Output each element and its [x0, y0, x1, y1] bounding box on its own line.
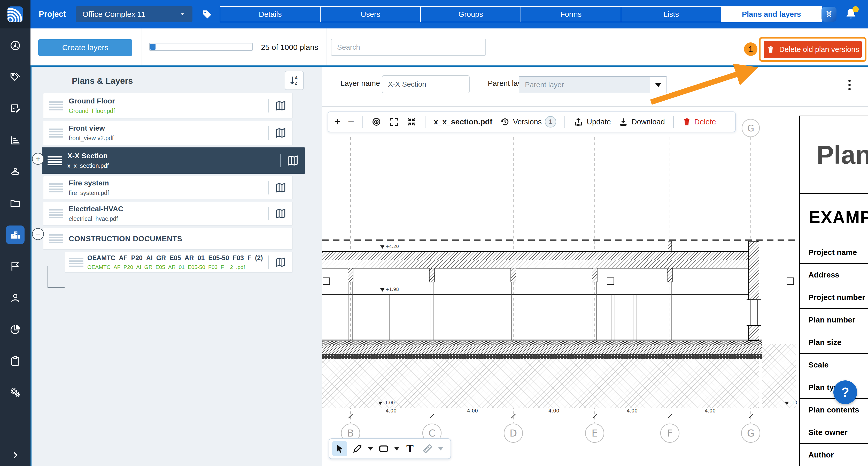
delete-label: Delete [694, 118, 716, 126]
svg-text:Z: Z [295, 81, 297, 86]
drag-handle-icon[interactable] [43, 128, 69, 138]
drag-handle-icon[interactable] [65, 258, 87, 267]
search-input[interactable] [331, 39, 486, 56]
level-label: +4.20 [385, 244, 399, 249]
collapse-toggle[interactable]: − [32, 228, 44, 240]
fullscreen-button[interactable] [385, 117, 403, 127]
plan-row-front-view[interactable]: Front view front_view v2.pdf [43, 121, 293, 145]
dimension-label: 4.00 [549, 408, 559, 413]
sidebar-item-tasks[interactable] [6, 352, 25, 370]
plan-name: Electrical-HVAC [69, 205, 268, 213]
plan-drawing-canvas[interactable]: +4.20 +1.98 -1.00 -1.00 4.00 4.00 4.00 4… [322, 106, 797, 466]
grid-label-top: G [747, 123, 754, 134]
expand-toggle[interactable]: + [32, 153, 44, 165]
shape-tool-dropdown[interactable] [394, 447, 399, 450]
tab-forms[interactable]: Forms [521, 6, 621, 22]
project-selector[interactable]: Office Complex 11 [76, 6, 192, 22]
select-tool-button[interactable] [332, 441, 347, 456]
sidebar-item-reports[interactable] [6, 320, 25, 339]
update-button[interactable]: Update [570, 117, 615, 127]
open-plan-button[interactable] [269, 208, 292, 219]
trash-icon [766, 45, 775, 54]
tag-icon [202, 8, 213, 20]
tab-users[interactable]: Users [320, 6, 421, 22]
drag-handle-icon[interactable] [43, 234, 69, 243]
grid-label: B [347, 428, 354, 439]
more-options-button[interactable] [844, 77, 855, 93]
download-button[interactable]: Download [615, 117, 669, 127]
plan-row-oeamtc[interactable]: OEAMTC_AF_P20_AI_GR_E05_AR_01_E05-50_F03… [65, 252, 293, 272]
plan-row-fire-system[interactable]: Fire system fire_system.pdf [43, 176, 293, 199]
help-button[interactable]: ? [833, 380, 857, 404]
sidebar-item-tags[interactable] [6, 68, 25, 86]
header-divider [327, 28, 327, 66]
delete-plan-button[interactable]: Delete [678, 117, 720, 126]
tab-lists[interactable]: Lists [621, 6, 721, 22]
drag-handle-icon[interactable] [43, 101, 69, 110]
sidebar-item-gauge[interactable] [6, 36, 25, 55]
drag-handle-icon[interactable] [42, 156, 67, 165]
sidebar-item-flags[interactable] [6, 257, 25, 276]
map-icon [275, 182, 286, 194]
app-window: Project Office Complex 11 Details Users … [0, 0, 868, 466]
layer-name-input[interactable] [382, 75, 470, 93]
sidebar-item-projects[interactable] [6, 226, 25, 244]
open-plan-button[interactable] [269, 182, 292, 194]
tags-button[interactable] [202, 8, 213, 20]
measure-tool-button[interactable] [420, 441, 435, 456]
sidebar-item-forms[interactable] [6, 99, 25, 118]
versions-button[interactable]: Versions 1 [496, 116, 560, 127]
pen-tool-button[interactable] [350, 441, 365, 456]
drag-handle-icon[interactable] [43, 209, 69, 218]
drag-handle-icon[interactable] [43, 183, 69, 193]
sidebar-item-documents[interactable] [6, 194, 25, 212]
sidebar-item-settings[interactable] [6, 383, 25, 402]
brand-logo[interactable] [0, 0, 30, 28]
sidebar-item-contacts[interactable] [6, 289, 25, 307]
measure-tool-dropdown[interactable] [438, 447, 443, 450]
plan-row-xx-section-selected[interactable]: X-X Section x_x_section.pdf [42, 147, 305, 174]
sidebar-expand-button[interactable] [0, 450, 30, 460]
shape-tool-button[interactable] [376, 441, 391, 456]
tab-details[interactable]: Details [220, 6, 320, 22]
fit-to-screen-button[interactable] [403, 117, 420, 127]
gears-icon [9, 387, 21, 398]
sidebar-item-location[interactable] [6, 163, 25, 181]
delete-old-plan-versions-label: Delete old plan versions [779, 45, 859, 54]
tab-plans-and-layers[interactable]: Plans and layers [721, 6, 822, 22]
pen-icon [352, 443, 363, 454]
download-label: Download [632, 118, 665, 126]
tab-groups[interactable]: Groups [420, 6, 521, 22]
text-tool-button[interactable]: T [402, 441, 417, 456]
zoom-in-button[interactable]: + [331, 116, 344, 127]
open-plan-button[interactable] [269, 127, 292, 139]
open-plan-button[interactable] [281, 155, 305, 167]
plan-group-construction-documents[interactable]: CONSTRUCTION DOCUMENTS [43, 228, 293, 250]
title-block-row: Plan contents [800, 398, 868, 421]
delete-old-plan-versions-button[interactable]: Delete old plan versions [764, 41, 862, 58]
sidebar-item-statistics[interactable] [6, 131, 25, 149]
plan-viewer-pane: Layer name Parent layer Parent layer + − [322, 67, 868, 466]
open-plan-button[interactable] [269, 257, 292, 268]
project-label: Project [39, 9, 66, 19]
create-layers-button[interactable]: Create layers [38, 39, 132, 56]
viewer-toolbar: + − x_x_section.pdf [328, 112, 736, 132]
gauge-icon [9, 40, 21, 51]
title-block-row: Address [800, 263, 868, 286]
plan-row-ground-floor[interactable]: Ground Floor Ground_Floor.pdf [43, 93, 293, 118]
parent-layer-select[interactable]: Parent layer [519, 76, 667, 93]
plan-title-block: PlanRadar EXAMPLE Project name Address P… [799, 116, 868, 466]
open-plan-button[interactable] [269, 100, 292, 112]
versions-count-badge: 1 [545, 116, 556, 127]
plan-row-electrical-hvac[interactable]: Electrical-HVAC electrical_hvac.pdf [43, 202, 293, 226]
top-navigation-bar: Project Office Complex 11 Details Users … [30, 0, 868, 28]
sort-button[interactable]: A Z [285, 71, 304, 90]
visibility-button[interactable] [368, 117, 385, 127]
folder-icon [9, 198, 21, 209]
zoom-out-button[interactable]: − [344, 116, 358, 127]
connect-app-button[interactable] [822, 7, 836, 22]
level-label: -1.00 [383, 400, 395, 405]
pen-tool-dropdown[interactable] [368, 447, 373, 450]
ruler-icon [422, 443, 433, 454]
title-block-row: Plan size [800, 331, 868, 353]
